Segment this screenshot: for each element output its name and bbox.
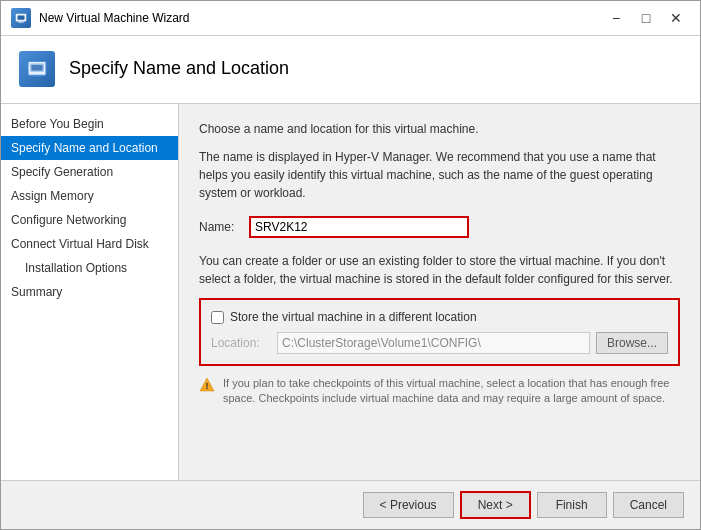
sidebar-item-specify-generation[interactable]: Specify Generation bbox=[1, 160, 178, 184]
sidebar-item-assign-memory[interactable]: Assign Memory bbox=[1, 184, 178, 208]
svg-rect-1 bbox=[18, 15, 25, 19]
description-text: Choose a name and location for this virt… bbox=[199, 120, 680, 138]
name-row: Name: bbox=[199, 216, 680, 238]
detail-text: The name is displayed in Hyper-V Manager… bbox=[199, 148, 680, 202]
checkbox-label: Store the virtual machine in a different… bbox=[230, 310, 477, 324]
title-bar: New Virtual Machine Wizard − □ ✕ bbox=[1, 1, 700, 36]
wizard-window: New Virtual Machine Wizard − □ ✕ Specify… bbox=[0, 0, 701, 530]
cancel-button[interactable]: Cancel bbox=[613, 492, 684, 518]
svg-rect-2 bbox=[18, 22, 23, 23]
sidebar-item-before-you-begin[interactable]: Before You Begin bbox=[1, 112, 178, 136]
window-icon bbox=[11, 8, 31, 28]
minimize-button[interactable]: − bbox=[602, 7, 630, 29]
location-input[interactable] bbox=[277, 332, 590, 354]
finish-button[interactable]: Finish bbox=[537, 492, 607, 518]
location-checkbox[interactable] bbox=[211, 311, 224, 324]
wizard-step-title: Specify Name and Location bbox=[69, 58, 289, 79]
next-button[interactable]: Next > bbox=[460, 491, 531, 519]
previous-button[interactable]: < Previous bbox=[363, 492, 454, 518]
name-label: Name: bbox=[199, 220, 249, 234]
sidebar-item-summary[interactable]: Summary bbox=[1, 280, 178, 304]
name-input[interactable] bbox=[249, 216, 469, 238]
browse-button[interactable]: Browse... bbox=[596, 332, 668, 354]
svg-rect-6 bbox=[33, 75, 41, 76]
window-title: New Virtual Machine Wizard bbox=[39, 11, 602, 25]
warning-row: ! If you plan to take checkpoints of thi… bbox=[199, 376, 680, 407]
warning-text: If you plan to take checkpoints of this … bbox=[223, 376, 680, 407]
main-panel: Choose a name and location for this virt… bbox=[179, 104, 700, 480]
wizard-header: Specify Name and Location bbox=[1, 36, 700, 104]
svg-text:!: ! bbox=[206, 381, 209, 391]
sidebar-item-connect-vhd[interactable]: Connect Virtual Hard Disk bbox=[1, 232, 178, 256]
location-section-text: You can create a folder or use an existi… bbox=[199, 252, 680, 288]
checkbox-row: Store the virtual machine in a different… bbox=[211, 310, 668, 324]
maximize-button[interactable]: □ bbox=[632, 7, 660, 29]
header-icon bbox=[19, 51, 55, 87]
location-row: Location: Browse... bbox=[211, 332, 668, 354]
footer: < Previous Next > Finish Cancel bbox=[1, 480, 700, 529]
location-label: Location: bbox=[211, 336, 271, 350]
close-button[interactable]: ✕ bbox=[662, 7, 690, 29]
window-controls: − □ ✕ bbox=[602, 7, 690, 29]
content-area: Before You Begin Specify Name and Locati… bbox=[1, 104, 700, 480]
sidebar-item-configure-networking[interactable]: Configure Networking bbox=[1, 208, 178, 232]
location-box: Store the virtual machine in a different… bbox=[199, 298, 680, 366]
warning-icon: ! bbox=[199, 377, 215, 393]
svg-rect-5 bbox=[32, 64, 43, 70]
sidebar-item-specify-name[interactable]: Specify Name and Location bbox=[1, 136, 178, 160]
sidebar-item-installation-options[interactable]: Installation Options bbox=[1, 256, 178, 280]
sidebar: Before You Begin Specify Name and Locati… bbox=[1, 104, 179, 480]
